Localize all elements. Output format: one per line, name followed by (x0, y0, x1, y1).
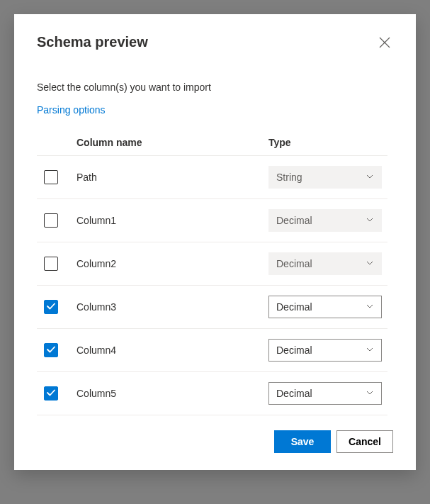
chevron-down-icon (366, 345, 374, 356)
table-row: Column4Decimal (37, 328, 387, 371)
type-select[interactable]: Decimal (268, 382, 382, 405)
row-column-name: Column1 (77, 215, 268, 226)
row-checkbox[interactable] (44, 213, 58, 228)
table-row: Column2Decimal (37, 242, 387, 285)
row-column-name: Column2 (77, 258, 268, 269)
chevron-down-icon (366, 258, 374, 269)
row-checkbox[interactable] (44, 170, 58, 184)
type-select-value: Decimal (276, 388, 312, 399)
type-select: Decimal (268, 252, 382, 275)
dialog-subtitle: Select the column(s) you want to import (37, 82, 393, 93)
row-type-cell: Decimal (268, 296, 387, 318)
type-select-value: Decimal (276, 258, 312, 269)
type-select: String (268, 166, 382, 189)
row-checkbox-cell (44, 300, 77, 314)
close-button[interactable] (376, 34, 393, 53)
dialog-title: Schema preview (37, 34, 148, 50)
row-checkbox[interactable] (44, 386, 58, 401)
row-column-name: Path (77, 172, 268, 183)
row-checkbox[interactable] (44, 300, 58, 314)
table-body: PathStringColumn1DecimalColumn2DecimalCo… (37, 155, 387, 416)
table-row: Column3Decimal (37, 285, 387, 328)
row-checkbox-cell (44, 343, 77, 357)
row-checkbox-cell (44, 257, 77, 271)
type-select-value: Decimal (276, 301, 312, 313)
table-header-row: Column name Type (37, 130, 387, 155)
type-select-value: Decimal (276, 345, 312, 356)
header-column-name: Column name (77, 137, 268, 148)
row-checkbox-cell (44, 213, 77, 228)
columns-table[interactable]: Column name Type PathStringColumn1Decima… (37, 130, 393, 416)
chevron-down-icon (366, 172, 374, 183)
row-type-cell: Decimal (268, 252, 387, 275)
table-row: PathString (37, 155, 387, 198)
save-button[interactable]: Save (274, 430, 331, 453)
row-column-name: Column5 (77, 388, 268, 399)
dialog-button-row: Save Cancel (37, 416, 393, 453)
table-row: Column1Decimal (37, 198, 387, 242)
parsing-options-link[interactable]: Parsing options (37, 104, 393, 116)
row-column-name: Column4 (77, 345, 268, 356)
type-select-value: Decimal (276, 215, 312, 226)
row-type-cell: Decimal (268, 209, 387, 232)
type-select[interactable]: Decimal (268, 339, 382, 362)
row-checkbox-cell (44, 386, 77, 401)
checkmark-icon (46, 345, 56, 357)
chevron-down-icon (366, 388, 374, 399)
row-checkbox[interactable] (44, 257, 58, 271)
row-checkbox[interactable] (44, 343, 58, 357)
row-column-name: Column3 (77, 301, 268, 313)
checkmark-icon (46, 301, 56, 313)
cancel-button[interactable]: Cancel (336, 430, 393, 453)
table-row: Column5Decimal (37, 371, 387, 415)
chevron-down-icon (366, 301, 374, 313)
type-select-value: String (276, 172, 302, 183)
checkmark-icon (46, 388, 56, 400)
schema-preview-dialog: Schema preview Select the column(s) you … (14, 14, 416, 470)
row-checkbox-cell (44, 170, 77, 184)
type-select[interactable]: Decimal (268, 296, 382, 318)
header-type: Type (268, 137, 387, 148)
chevron-down-icon (366, 215, 374, 226)
header-checkbox-col (44, 137, 77, 148)
type-select: Decimal (268, 209, 382, 232)
row-type-cell: String (268, 166, 387, 189)
row-type-cell: Decimal (268, 339, 387, 362)
row-type-cell: Decimal (268, 382, 387, 405)
dialog-header: Schema preview (37, 34, 393, 53)
close-icon (379, 37, 390, 50)
